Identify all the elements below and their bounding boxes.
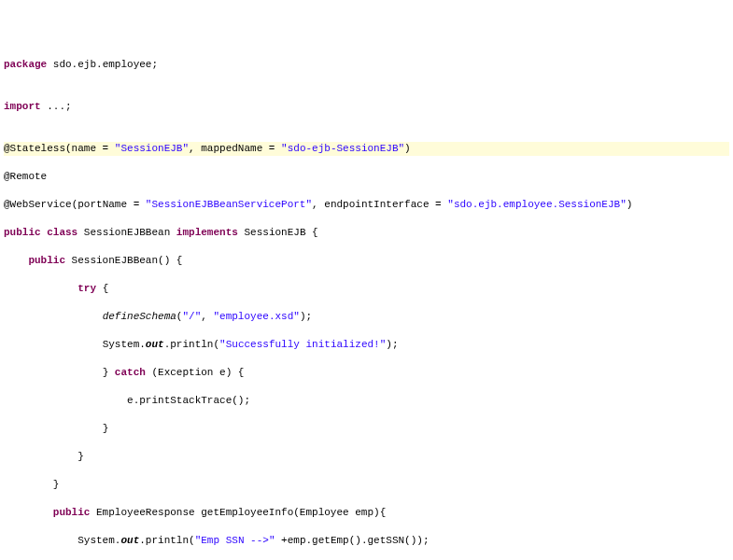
code-line: import ...;: [4, 100, 729, 114]
code-line: public class SessionEJBBean implements S…: [4, 226, 729, 240]
code-line: System.out.println("Emp SSN -->" +emp.ge…: [4, 534, 729, 548]
code-line: e.printStackTrace();: [4, 394, 729, 408]
code-line: try {: [4, 282, 729, 296]
code-editor[interactable]: package sdo.ejb.employee; import ...; @S…: [4, 58, 729, 560]
code-line: public SessionEJBBean() {: [4, 254, 729, 268]
code-line: }: [4, 478, 729, 492]
code-line: @WebService(portName = "SessionEJBBeanSe…: [4, 198, 729, 212]
code-line: }: [4, 450, 729, 464]
code-line: package sdo.ejb.employee;: [4, 58, 729, 72]
code-line: @Remote: [4, 170, 729, 184]
code-line: defineSchema("/", "employee.xsd");: [4, 310, 729, 324]
code-line: public EmployeeResponse getEmployeeInfo(…: [4, 506, 729, 520]
code-line: System.out.println("Successfully initial…: [4, 338, 729, 352]
code-line: }: [4, 422, 729, 436]
code-line: } catch (Exception e) {: [4, 366, 729, 380]
highlighted-line: @Stateless(name = "SessionEJB", mappedNa…: [4, 142, 729, 156]
